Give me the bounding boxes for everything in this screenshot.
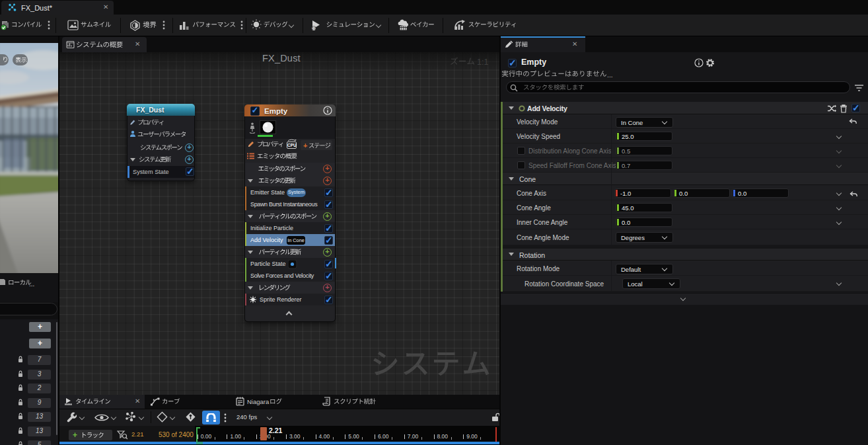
svg-text:2.0: 2.0 [312, 26, 316, 30]
